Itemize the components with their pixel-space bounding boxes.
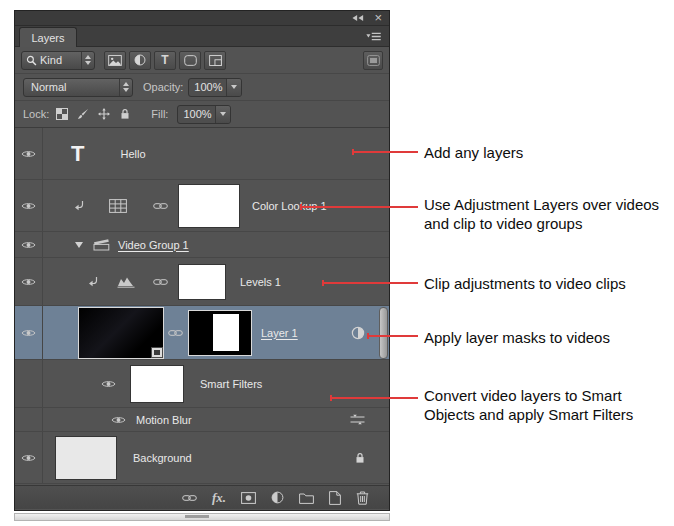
- folder-icon: [299, 492, 314, 504]
- filter-shape-layers-button[interactable]: [179, 51, 201, 70]
- fill-dropdown-arrow[interactable]: [215, 106, 230, 123]
- annotation-line-1: [352, 151, 418, 153]
- fill-value: 100%: [178, 106, 215, 123]
- blend-mode-dropdown[interactable]: Normal: [23, 78, 133, 97]
- layer-row-video-group[interactable]: Video Group 1: [15, 232, 389, 258]
- eye-icon: [101, 379, 116, 389]
- levels-adjustment-icon[interactable]: [117, 275, 135, 288]
- smart-object-badge-icon: [151, 347, 163, 358]
- layer-mask-thumbnail[interactable]: [189, 311, 251, 355]
- lock-transparent-pixels-button[interactable]: [53, 106, 70, 123]
- panel-resize-bar[interactable]: [14, 513, 390, 521]
- collapse-panels-button[interactable]: [352, 15, 364, 21]
- lock-label: Lock:: [23, 108, 49, 120]
- smart-filter-circle-icon: [351, 326, 365, 340]
- layer-name-levels: Levels 1: [240, 276, 281, 288]
- visibility-toggle-background[interactable]: [15, 432, 43, 483]
- add-layer-mask-button[interactable]: [241, 492, 256, 504]
- visibility-toggle-smart-filters[interactable]: [101, 379, 116, 389]
- search-icon: [26, 55, 37, 66]
- annotation-add-layers: Add any layers: [424, 143, 674, 162]
- eye-icon: [21, 201, 36, 211]
- mask-link-icon[interactable]: [168, 329, 183, 337]
- filter-mask-thumbnail[interactable]: [130, 365, 184, 403]
- lock-position-button[interactable]: [95, 106, 112, 123]
- layer-row-background[interactable]: Background: [15, 432, 389, 484]
- layer-row-smart-filters[interactable]: Smart Filters: [15, 360, 389, 408]
- filter-smart-objects-button[interactable]: [204, 51, 226, 70]
- link-layers-button[interactable]: [182, 494, 197, 502]
- opacity-label: Opacity:: [143, 81, 183, 93]
- half-circle-icon: [134, 54, 146, 66]
- delete-layer-button[interactable]: [356, 491, 369, 505]
- image-icon: [108, 55, 122, 66]
- lock-icon: [120, 108, 130, 120]
- filter-pixel-layers-button[interactable]: [104, 51, 126, 70]
- filter-adjustment-layers-button[interactable]: [129, 51, 151, 70]
- filter-type-layers-button[interactable]: T: [154, 51, 176, 70]
- collapse-arrows-icon: [352, 15, 364, 21]
- mask-link-icon[interactable]: [153, 202, 168, 210]
- mask-icon: [241, 492, 256, 504]
- color-lookup-icon[interactable]: [109, 199, 127, 213]
- visibility-toggle-motion-blur[interactable]: [111, 415, 126, 425]
- checkerboard-icon: [56, 108, 68, 120]
- eye-column-spacer: [15, 360, 43, 407]
- screenshot: × Layers Kind T: [0, 0, 674, 526]
- layer-styles-button[interactable]: fx.: [212, 490, 226, 506]
- fill-field[interactable]: 100%: [177, 105, 231, 124]
- visibility-toggle-hello[interactable]: [15, 128, 43, 179]
- filter-blending-options-button[interactable]: [350, 414, 365, 425]
- layer-row-motion-blur[interactable]: Motion Blur: [15, 408, 389, 432]
- fill-label: Fill:: [151, 108, 168, 120]
- lock-icon: [355, 452, 365, 464]
- eye-icon: [21, 453, 36, 463]
- layer-mask-thumbnail[interactable]: [178, 184, 240, 228]
- lock-image-pixels-button[interactable]: [74, 106, 91, 123]
- new-adjustment-layer-button[interactable]: [271, 491, 284, 504]
- type-layer-thumbnail[interactable]: T: [71, 143, 84, 165]
- mask-link-icon[interactable]: [153, 278, 168, 286]
- video-group-icon: [93, 238, 110, 251]
- type-letter-icon: T: [161, 53, 168, 67]
- filter-toggle-switch[interactable]: [363, 51, 383, 70]
- visibility-toggle-video-group[interactable]: [15, 232, 43, 257]
- bottom-toolbar: fx.: [15, 485, 389, 509]
- resize-grip[interactable]: [185, 515, 209, 518]
- close-panel-button[interactable]: ×: [374, 13, 382, 23]
- filter-row: Kind T: [15, 47, 389, 74]
- group-disclosure-triangle[interactable]: [75, 242, 83, 248]
- scrollbar-thumb[interactable]: [379, 307, 388, 359]
- layer-row-hello[interactable]: T Hello: [15, 128, 389, 180]
- opacity-value: 100%: [189, 79, 226, 96]
- visibility-toggle-layer1[interactable]: [15, 306, 43, 359]
- eye-column-spacer: [15, 408, 43, 431]
- clipping-mask-arrow-icon: [87, 276, 99, 288]
- visibility-toggle-color-lookup[interactable]: [15, 180, 43, 231]
- trash-icon: [356, 491, 369, 505]
- panel-titlebar: ×: [15, 11, 389, 26]
- video-layer-thumbnail[interactable]: [79, 308, 163, 358]
- new-layer-button[interactable]: [329, 491, 341, 505]
- opacity-dropdown-arrow[interactable]: [226, 79, 241, 96]
- layer-row-layer1[interactable]: Layer 1: [15, 306, 389, 360]
- panel-menu-button[interactable]: [366, 32, 382, 41]
- brush-icon: [77, 108, 89, 120]
- new-group-button[interactable]: [299, 492, 314, 504]
- half-circle-icon: [271, 491, 284, 504]
- layers-list: T Hello Color Lookup 1 Video Group: [15, 128, 389, 485]
- background-lock-indicator[interactable]: [355, 452, 365, 464]
- visibility-toggle-levels[interactable]: [15, 258, 43, 305]
- lock-all-button[interactable]: [116, 106, 133, 123]
- layer-mask-thumbnail[interactable]: [178, 264, 226, 300]
- layer-name-smart-filters: Smart Filters: [200, 378, 262, 390]
- smart-filter-indicator[interactable]: [351, 326, 365, 340]
- filter-name-motion-blur: Motion Blur: [136, 414, 192, 426]
- blend-mode-spin-arrows: [119, 79, 132, 96]
- kind-filter-dropdown[interactable]: Kind: [21, 51, 95, 70]
- background-layer-thumbnail[interactable]: [55, 436, 117, 480]
- new-layer-icon: [329, 491, 341, 505]
- eye-icon: [21, 277, 36, 287]
- opacity-field[interactable]: 100%: [188, 78, 242, 97]
- tab-layers[interactable]: Layers: [19, 27, 77, 47]
